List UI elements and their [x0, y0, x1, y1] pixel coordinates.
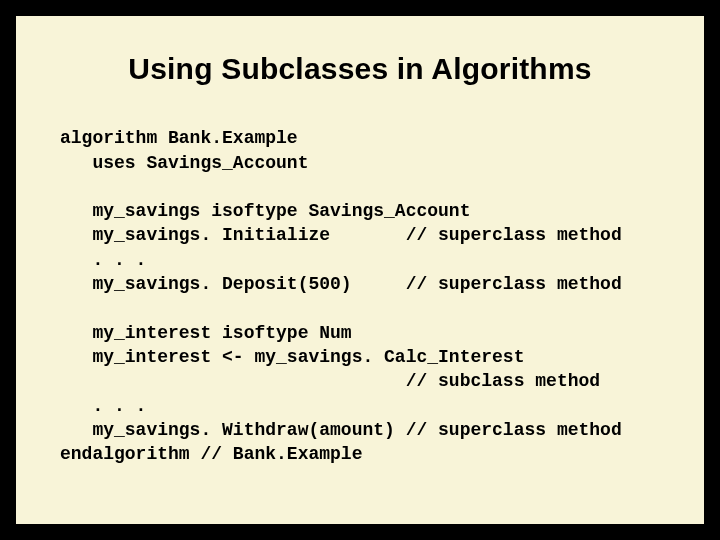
- code-line: my_savings. Initialize // superclass met…: [60, 225, 622, 245]
- code-line: algorithm Bank.Example: [60, 128, 298, 148]
- code-line: // subclass method: [60, 371, 600, 391]
- code-line: my_savings. Deposit(500) // superclass m…: [60, 274, 622, 294]
- code-line: my_interest <- my_savings. Calc_Interest: [60, 347, 524, 367]
- code-line: my_savings. Withdraw(amount) // supercla…: [60, 420, 622, 440]
- code-line: my_interest isoftype Num: [60, 323, 352, 343]
- code-line: . . .: [60, 250, 146, 270]
- code-line: endalgorithm // Bank.Example: [60, 444, 362, 464]
- slide-title: Using Subclasses in Algorithms: [60, 52, 660, 86]
- slide-canvas: Using Subclasses in Algorithms algorithm…: [14, 14, 706, 526]
- code-line: my_savings isoftype Savings_Account: [60, 201, 470, 221]
- slide-frame: Using Subclasses in Algorithms algorithm…: [0, 0, 720, 540]
- code-block: algorithm Bank.Example uses Savings_Acco…: [60, 102, 660, 466]
- code-line: . . .: [60, 396, 146, 416]
- code-line: uses Savings_Account: [60, 153, 308, 173]
